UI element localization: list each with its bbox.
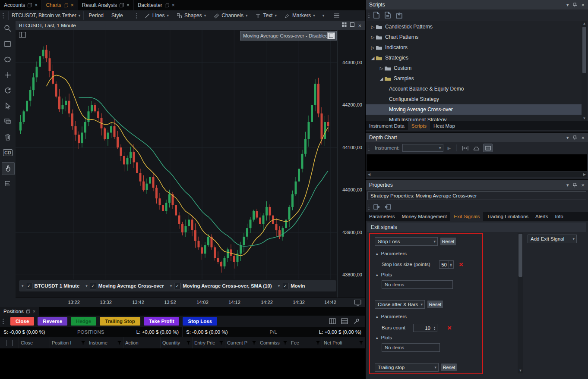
collapse-arrow-icon[interactable]: ◢ [379,76,384,81]
reset-button[interactable]: Reset [427,301,443,308]
scroll-right-icon[interactable]: ▶ [583,172,586,176]
remove-exit-signal-icon[interactable]: × [447,324,452,332]
panel-menu-icon[interactable]: ▾ [566,135,569,141]
import-script-icon[interactable] [395,11,403,19]
positions-table-body[interactable] [0,348,365,379]
collapse-icon[interactable]: ▴ [376,273,378,277]
chevron-down-icon[interactable]: ▾ [85,284,88,288]
tab-scripts[interactable]: Scripts [408,121,430,130]
restore-window-icon[interactable] [64,3,68,7]
pin-icon[interactable] [573,135,577,140]
parameters-section-header[interactable]: ▴ Parameters [376,251,407,256]
pin-icon[interactable] [573,183,577,188]
toolbar-overflow-icon[interactable]: ▾ [322,13,325,18]
column-header[interactable]: Current P [225,337,258,348]
period-button[interactable]: Period [85,11,107,20]
collapse-icon[interactable]: ▴ [376,251,378,256]
stop-loss-size-input[interactable]: 50 ▴▾ [439,260,454,269]
reset-button[interactable]: Reset [440,238,456,245]
tab-charts[interactable]: Charts × [42,0,78,10]
column-header[interactable]: Quantity [161,337,193,348]
drag-handle[interactable] [2,13,4,19]
tree-item-candlestick-patterns[interactable]: ▷ Candlestick Patterns [366,22,582,32]
remove-exit-signal-icon[interactable]: × [459,261,463,268]
drag-handle[interactable] [368,12,370,19]
bars-count-input[interactable]: 10 ▴▾ [413,324,437,332]
checkbox-checked[interactable]: ✓ [174,283,180,289]
exit-signal-type-select[interactable]: Close after X Bars ▾ [375,300,425,309]
select-all-checkbox[interactable] [0,337,19,348]
plots-section-header[interactable]: ▴ Plots [376,272,392,277]
tab-info[interactable]: Info [552,212,567,221]
close-tab-icon[interactable]: × [172,2,175,8]
scrollbar-thumb[interactable] [582,27,586,73]
filter-funnel-icon[interactable] [316,341,320,345]
scrollbar-thumb[interactable] [518,234,522,277]
depth-chart-area[interactable] [367,154,587,171]
column-header[interactable]: Close [19,337,50,348]
tree-item-indicators[interactable]: ▷ Indicators [366,42,582,53]
maximize-icon[interactable] [350,22,354,29]
add-exit-signal-button[interactable]: Add Exit Signal ▾ [528,235,577,243]
filter-funnel-icon[interactable] [117,341,121,345]
tab-money-management[interactable]: Money Management [398,212,450,221]
new-script-icon[interactable] [372,11,381,19]
touch-tool-icon[interactable] [2,162,15,175]
chevron-down-icon[interactable]: ▾ [22,284,24,288]
column-header[interactable]: Action [123,337,161,348]
plots-section-header[interactable]: ▴ Plots [376,335,392,340]
tab-exit-signals[interactable]: Exit Signals [450,212,483,221]
column-header[interactable]: Commiss [258,337,289,348]
move-tool-icon[interactable] [2,69,14,81]
column-header[interactable]: Net Profi [322,337,365,348]
tab-alerts[interactable]: Alerts [532,212,551,221]
collapse-arrow-icon[interactable]: ◢ [370,56,376,60]
pin-icon[interactable] [573,3,577,7]
close-tab-icon[interactable]: × [71,2,74,8]
lines-tool-button[interactable]: Lines ▾ [142,11,172,20]
filter-funnel-icon[interactable] [219,341,223,345]
hedge-button[interactable]: Hedge [71,317,96,326]
sync-icon[interactable] [2,85,14,97]
spinner[interactable]: ▴▾ [448,261,453,268]
close-position-button[interactable]: Close [10,317,34,326]
rectangle-tool-icon[interactable] [2,38,14,50]
drag-handle[interactable] [368,204,370,210]
markers-tool-button[interactable]: Markers ▾ [281,11,318,20]
filter-funnel-icon[interactable] [252,341,256,345]
restore-window-icon[interactable] [28,3,32,7]
legend-item[interactable]: ▾ ✓ Moving Average Cross-over [85,283,164,289]
column-header[interactable]: Instrume [87,337,123,348]
expand-arrow-icon[interactable]: ▷ [370,35,376,40]
tab-instrument-data[interactable]: Instrument Data [366,121,408,130]
settings-wrench-icon[interactable] [353,318,360,325]
column-header[interactable]: Entry Pric [193,337,225,348]
center-view-icon[interactable] [461,144,469,152]
legend-item[interactable]: ▾ ✓ Moving Average Cross-over, SMA (10) [170,283,272,289]
scroll-down-icon[interactable]: ▼ [582,116,587,120]
panel-toggle-icon[interactable] [19,32,26,38]
filter-funnel-icon[interactable] [283,341,287,345]
close-tab-icon[interactable]: × [33,309,35,314]
tree-item-moving-average-cross-over[interactable]: Moving Average Cross-over [366,104,582,115]
scripts-header[interactable]: Scripts ▾ × [366,0,588,9]
tab-heat-map[interactable]: Heat Map [430,121,458,130]
grid-mode-icon[interactable] [483,144,493,152]
column-header[interactable]: Fee [289,337,322,348]
depth-chart-header[interactable]: Depth Chart ▾ × [366,133,588,142]
close-panel-icon[interactable]: × [581,135,585,141]
tab-parameters[interactable]: Parameters [366,212,398,221]
tab-accounts[interactable]: Accounts × [0,0,42,10]
time-axis[interactable]: 13:22 13:32 13:42 13:52 14:02 14:12 14:2… [16,298,365,307]
drag-handle[interactable] [2,318,4,325]
checkbox-checked[interactable]: ✓ [282,283,288,289]
panel-menu-icon[interactable]: ▾ [566,182,569,188]
legend-item[interactable]: ▾ ✓ Movin [278,283,305,289]
drag-handle[interactable] [136,13,138,19]
symbol-selector[interactable]: BTCUSDT, Bitcoin vs Tether ▾ [8,11,84,20]
filter-funnel-icon[interactable] [187,341,190,345]
layers-icon[interactable] [2,116,14,128]
trailing-stop-button[interactable]: Trailing Stop [100,317,140,326]
tab-backtester[interactable]: Backtester × [134,0,179,10]
chart-window-header[interactable]: BTCUSDT, Last, 1 Minute × [16,21,365,30]
